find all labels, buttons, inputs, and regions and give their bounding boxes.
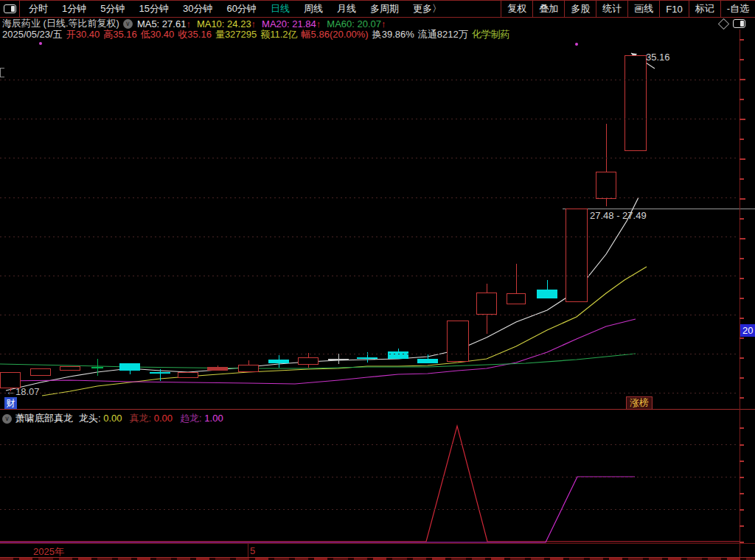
line-真龙-spike xyxy=(0,426,740,542)
axis-tick xyxy=(740,318,744,319)
period-tab[interactable]: 1分钟 xyxy=(62,2,86,15)
top-toolbar: 分时1分钟5分钟15分钟30分钟60分钟日线周线月线多周期更多〉 复权叠加多股统… xyxy=(0,0,755,18)
sidebar-toggle-button[interactable] xyxy=(0,1,20,17)
candle xyxy=(624,55,647,151)
period-tabs: 分时1分钟5分钟15分钟30分钟60分钟日线周线月线多周期更多〉 xyxy=(20,1,501,17)
axis-tick xyxy=(740,461,744,462)
candle xyxy=(30,368,51,376)
toolbar-button[interactable]: 统计 xyxy=(596,1,627,17)
period-tab[interactable]: 15分钟 xyxy=(139,2,168,15)
candle xyxy=(238,365,259,372)
axis-tick xyxy=(740,198,745,200)
quote-segment: 换39.86% xyxy=(372,28,414,41)
axis-tick xyxy=(740,218,744,220)
toolbar-button[interactable]: 标记 xyxy=(689,1,720,17)
axis-tick xyxy=(740,258,744,259)
quote-row: 2025/05/23/五开30.40高35.16低30.40收35.16量327… xyxy=(2,29,514,40)
toolbar-right-buttons: 复权叠加多股统计画线F10标记-自选 xyxy=(501,1,755,17)
axis-tick xyxy=(740,357,744,359)
gridline xyxy=(0,237,739,237)
marker-dot xyxy=(39,42,42,45)
candle xyxy=(507,293,526,304)
candle xyxy=(447,321,469,362)
axis-tick xyxy=(740,542,744,543)
line-MA10 xyxy=(42,267,647,396)
quote-segment: 量327295 xyxy=(215,28,257,41)
quote-segment: 化学制药 xyxy=(472,28,510,41)
period-tab[interactable]: 周线 xyxy=(304,2,323,15)
candle xyxy=(207,367,228,371)
gridline xyxy=(0,393,739,393)
axis-tick xyxy=(740,427,744,429)
axis-tick xyxy=(740,444,744,446)
candle xyxy=(119,363,140,371)
period-tab[interactable]: 更多〉 xyxy=(413,2,442,15)
gridline xyxy=(0,444,739,445)
candle xyxy=(537,290,557,298)
toolbar-button[interactable]: -自选 xyxy=(720,1,755,17)
axis-tick xyxy=(740,79,745,80)
quote-segment: 幅5.86(20.00%) xyxy=(302,28,369,41)
candle xyxy=(268,360,289,363)
marker-dot xyxy=(575,43,578,46)
axis-tick xyxy=(740,337,744,339)
toolbar-button[interactable]: 画线 xyxy=(627,1,659,17)
period-tab[interactable]: 5分钟 xyxy=(100,2,125,15)
axis-tick xyxy=(740,377,744,379)
current-price-label: 27.48 - 27.49 xyxy=(590,210,647,221)
gridline xyxy=(0,509,739,510)
period-tab[interactable]: 月线 xyxy=(337,2,356,15)
line-MA20 xyxy=(0,319,636,384)
diamond-icon[interactable] xyxy=(718,18,730,30)
quote-segment: 低30.40 xyxy=(141,28,175,41)
quote-segment: 开30.40 xyxy=(66,28,100,41)
quote-segment: 额11.2亿 xyxy=(260,28,297,41)
candle xyxy=(476,293,497,315)
candle xyxy=(357,357,378,359)
candle xyxy=(388,351,408,359)
axis-tick xyxy=(740,158,745,160)
gridline xyxy=(0,197,739,198)
candle xyxy=(417,359,438,363)
gridline xyxy=(0,354,739,354)
candle xyxy=(91,367,103,368)
axis-price-badge: 20 xyxy=(740,324,755,337)
period-tab[interactable]: 60分钟 xyxy=(226,2,256,15)
axis-tick xyxy=(740,278,744,279)
axis-tick xyxy=(740,99,744,100)
axis-tick xyxy=(740,397,744,399)
right-panel-toggle-icon[interactable] xyxy=(733,19,745,28)
axis-tick xyxy=(740,119,745,120)
period-tab[interactable]: 分时 xyxy=(29,2,48,15)
trading-app-window: 分时1分钟5分钟15分钟30分钟60分钟日线周线月线多周期更多〉 复权叠加多股统… xyxy=(0,0,755,560)
news-badge[interactable]: 财 xyxy=(4,397,17,409)
gridline xyxy=(0,276,739,276)
candle-wick xyxy=(160,369,161,381)
axis-tick xyxy=(740,493,744,494)
candle xyxy=(178,372,198,378)
axis-tick xyxy=(740,59,744,60)
gridline xyxy=(0,315,739,315)
quote-segment: 收35.16 xyxy=(178,28,212,41)
high-price-label: 35.16 xyxy=(646,52,670,63)
quote-segment: 流通8212万 xyxy=(418,28,468,41)
period-tab[interactable]: 30分钟 xyxy=(183,2,212,15)
quote-segment: 高35.16 xyxy=(103,28,137,41)
period-tab[interactable]: 日线 xyxy=(271,2,290,15)
axis-month-label: 5 xyxy=(250,545,255,556)
candle xyxy=(150,372,170,374)
axis-tick xyxy=(740,509,744,511)
rank-badge[interactable]: 涨榜 xyxy=(626,396,653,410)
axis-tick xyxy=(740,298,744,299)
period-tab[interactable]: 多周期 xyxy=(370,2,399,15)
axis-tick xyxy=(740,525,744,527)
gridline xyxy=(0,158,739,158)
toolbar-button[interactable]: F10 xyxy=(659,1,688,17)
toolbar-button[interactable]: 多股 xyxy=(564,1,596,17)
toolbar-button[interactable]: 复权 xyxy=(501,1,532,17)
toolbar-button[interactable]: 叠加 xyxy=(532,1,564,17)
candle xyxy=(328,359,349,360)
gridline xyxy=(0,477,739,477)
gridline xyxy=(0,119,739,119)
axis-tick xyxy=(740,139,744,140)
